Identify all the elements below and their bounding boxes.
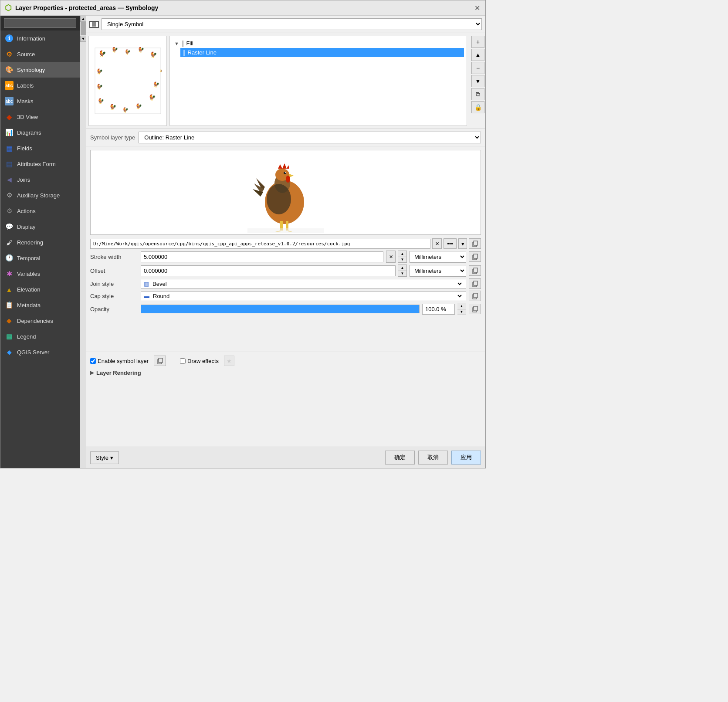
sidebar-item-legend[interactable]: ▦ Legend — [0, 329, 80, 344]
sidebar: ℹ Information ⚙ Source 🎨 Symbology abc L… — [0, 16, 80, 468]
scroll-down-button[interactable]: ▼ — [80, 36, 86, 42]
add-layer-button[interactable]: + — [471, 36, 484, 48]
move-down-button[interactable]: ▼ — [471, 75, 484, 87]
sidebar-item-label: QGIS Server — [17, 349, 49, 356]
svg-text:🐓: 🐓 — [125, 49, 131, 55]
join-style-expr[interactable] — [469, 278, 481, 289]
lock-button[interactable]: 🔒 — [471, 101, 484, 113]
opacity-row: Opacity ▲ ▼ — [90, 303, 481, 315]
enable-symbol-layer-checkbox[interactable] — [90, 358, 96, 364]
offset-down[interactable]: ▼ — [398, 271, 406, 277]
stroke-width-up[interactable]: ▲ — [398, 251, 406, 257]
stroke-width-down[interactable]: ▼ — [398, 257, 406, 263]
source-icon: ⚙ — [5, 50, 14, 58]
display-icon: 💬 — [5, 222, 14, 231]
symbol-layer-type-select[interactable]: Outline: Raster Line — [139, 132, 481, 143]
stroke-width-input[interactable] — [141, 251, 383, 262]
opacity-expr[interactable] — [469, 304, 481, 314]
opacity-slider[interactable] — [141, 305, 420, 313]
masks-icon: abc — [5, 97, 14, 105]
sidebar-item-dependencies[interactable]: ◆ Dependencies — [0, 313, 80, 329]
draw-effects-star-button[interactable]: ★ — [224, 356, 234, 366]
file-path-input[interactable] — [90, 239, 430, 249]
sidebar-item-diagrams[interactable]: 📊 Diagrams — [0, 125, 80, 140]
path-clear-button[interactable]: ✕ — [432, 238, 442, 249]
join-style-select[interactable]: Bevel Miter Round — [151, 280, 463, 288]
sidebar-item-attributesform[interactable]: ▤ Attributes Form — [0, 156, 80, 172]
offset-unit[interactable]: Millimeters — [410, 265, 466, 277]
layer-rendering-arrow: ▶ — [90, 370, 94, 376]
sidebar-item-rendering[interactable]: 🖌 Rendering — [0, 234, 80, 250]
elevation-icon: ▲ — [5, 285, 14, 294]
sidebar-item-auxiliarystorage[interactable]: ⚙ Auxiliary Storage — [0, 187, 80, 203]
stroke-width-clear[interactable]: ✕ — [386, 251, 396, 263]
close-button[interactable]: ✕ — [473, 4, 481, 12]
cancel-button[interactable]: 取消 — [418, 451, 448, 465]
sidebar-item-symbology[interactable]: 🎨 Symbology — [0, 62, 80, 78]
search-input[interactable] — [4, 18, 76, 28]
legend-icon: ▦ — [5, 332, 14, 341]
qgisserver-icon: ◆ — [5, 348, 14, 356]
sidebar-item-qgisserver[interactable]: ◆ QGIS Server — [0, 344, 80, 360]
sidebar-item-joins[interactable]: ◀ Joins — [0, 172, 80, 187]
opacity-input[interactable] — [422, 304, 455, 315]
app-icon: ⬡ — [5, 3, 12, 13]
svg-rect-46 — [159, 358, 163, 363]
sidebar-item-variables[interactable]: ✱ Variables — [0, 266, 80, 281]
offset-expr[interactable] — [469, 265, 481, 276]
symbol-type-select[interactable]: Single Symbol — [102, 18, 482, 30]
opacity-down[interactable]: ▼ — [457, 309, 466, 315]
cap-style-expr[interactable] — [469, 291, 481, 301]
right-panel: Single Symbol 🐓 🐓 🐓 🐓 🐓 — [86, 16, 485, 468]
footer-buttons: Style ▾ 确定 取消 应用 — [86, 447, 485, 468]
sidebar-item-label: Labels — [17, 82, 34, 89]
metadata-icon: 📋 — [5, 301, 14, 309]
sidebar-item-metadata[interactable]: 📋 Metadata — [0, 297, 80, 313]
tree-item-fill[interactable]: ▼ ║ Fill — [173, 39, 464, 48]
fill-icon: ║ — [181, 41, 185, 47]
style-dropdown-icon: ▾ — [110, 454, 113, 461]
sidebar-scrollbar[interactable]: ▲ ▼ — [80, 16, 86, 468]
duplicate-button[interactable]: ⧉ — [471, 88, 484, 100]
sidebar-item-label: Actions — [17, 208, 36, 214]
path-dropdown-button[interactable]: ▾ — [458, 238, 467, 249]
offset-input[interactable] — [141, 265, 396, 276]
stroke-width-unit[interactable]: Millimeters — [410, 251, 466, 263]
move-up-button[interactable]: ▲ — [471, 49, 484, 61]
tree-item-rasterline[interactable]: ║ Raster Line — [180, 48, 464, 57]
apply-button[interactable]: 应用 — [451, 451, 481, 465]
remove-layer-button[interactable]: − — [471, 62, 484, 74]
sidebar-item-display[interactable]: 💬 Display — [0, 219, 80, 234]
spacer — [86, 317, 485, 352]
sidebar-item-label: Display — [17, 224, 36, 230]
scroll-up-button[interactable]: ▲ — [80, 16, 86, 22]
scroll-thumb[interactable] — [81, 22, 86, 35]
sidebar-item-elevation[interactable]: ▲ Elevation — [0, 281, 80, 297]
draw-effects-checkbox[interactable] — [180, 358, 186, 364]
enable-expr-button[interactable] — [154, 356, 166, 366]
sidebar-item-3dview[interactable]: ◆ 3D View — [0, 109, 80, 125]
sidebar-item-actions[interactable]: ⚙ Actions — [0, 203, 80, 219]
join-style-label: Join style — [90, 281, 138, 287]
style-button[interactable]: Style ▾ — [90, 451, 119, 464]
opacity-label: Opacity — [90, 306, 138, 312]
offset-up[interactable]: ▲ — [398, 265, 406, 271]
copy-expression-button[interactable] — [469, 238, 481, 249]
sidebar-item-source[interactable]: ⚙ Source — [0, 46, 80, 62]
join-style-icon: ▥ — [144, 281, 149, 287]
path-browse-button[interactable]: ••• — [444, 238, 457, 249]
labels-icon: abc — [5, 81, 14, 90]
stroke-width-expr[interactable] — [469, 251, 481, 262]
sidebar-item-labels[interactable]: abc Labels — [0, 78, 80, 93]
svg-text:🐓: 🐓 — [122, 107, 129, 113]
sidebar-item-information[interactable]: ℹ Information — [0, 31, 80, 46]
svg-point-21 — [285, 172, 286, 173]
sidebar-item-temporal[interactable]: 🕐 Temporal — [0, 250, 80, 266]
sidebar-item-fields[interactable]: ▦ Fields — [0, 140, 80, 156]
cap-style-select[interactable]: Round Flat Square — [151, 292, 463, 300]
svg-text:🐓: 🐓 — [160, 68, 162, 75]
ok-button[interactable]: 确定 — [385, 451, 415, 465]
svg-text:🐓: 🐓 — [149, 94, 156, 101]
opacity-up[interactable]: ▲ — [457, 303, 466, 309]
sidebar-item-masks[interactable]: abc Masks — [0, 93, 80, 109]
